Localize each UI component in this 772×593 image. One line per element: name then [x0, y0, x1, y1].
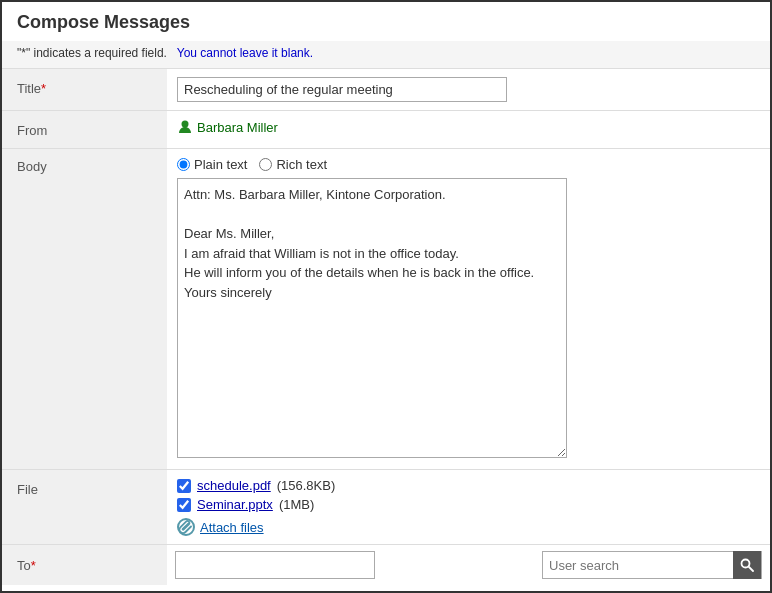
body-content: Plain text Rich text Attn: Ms. Barbara M…	[167, 149, 770, 469]
rich-text-radio[interactable]	[259, 158, 272, 171]
user-search-button[interactable]	[733, 551, 761, 579]
svg-line-2	[749, 567, 753, 571]
from-label: From	[2, 111, 167, 148]
body-row: Body Plain text Rich text Attn: Ms. Barb…	[2, 148, 770, 469]
to-required-star: *	[31, 558, 36, 573]
file-item-0: schedule.pdf (156.8KB)	[177, 478, 760, 493]
title-content	[167, 69, 770, 110]
form-body: Title* From Barbara Miller	[2, 68, 770, 585]
required-notice-bar: "*" indicates a required field. You cann…	[2, 41, 770, 68]
page-header: Compose Messages	[2, 2, 770, 41]
from-row: From Barbara Miller	[2, 110, 770, 148]
from-content: Barbara Miller	[167, 111, 770, 148]
attach-files-btn[interactable]: Attach files	[177, 518, 760, 536]
body-textarea[interactable]: Attn: Ms. Barbara Miller, Kintone Corpor…	[177, 178, 567, 458]
from-user-link[interactable]: Barbara Miller	[177, 119, 760, 135]
title-input[interactable]	[177, 77, 507, 102]
to-row: To*	[2, 544, 770, 585]
page-title: Compose Messages	[17, 12, 755, 33]
paperclip-icon	[177, 518, 195, 536]
user-search-box	[542, 551, 762, 579]
user-search-input[interactable]	[543, 555, 733, 576]
rich-text-option[interactable]: Rich text	[259, 157, 327, 172]
from-user-name: Barbara Miller	[197, 120, 278, 135]
user-icon	[177, 119, 193, 135]
file-checkbox-1[interactable]	[177, 498, 191, 512]
title-required-star: *	[41, 81, 46, 96]
to-input[interactable]	[175, 551, 375, 579]
svg-point-0	[182, 121, 189, 128]
required-notice-suffix: You cannot leave it blank.	[177, 46, 313, 60]
body-format-options: Plain text Rich text	[177, 157, 760, 172]
file-label: File	[2, 470, 167, 544]
svg-point-1	[742, 560, 750, 568]
plain-text-option[interactable]: Plain text	[177, 157, 247, 172]
file-link-1[interactable]: Seminar.pptx	[197, 497, 273, 512]
file-content: schedule.pdf (156.8KB) Seminar.pptx (1MB…	[167, 470, 770, 544]
file-link-0[interactable]: schedule.pdf	[197, 478, 271, 493]
to-content	[167, 545, 770, 585]
file-item-1: Seminar.pptx (1MB)	[177, 497, 760, 512]
to-label: To*	[2, 545, 167, 585]
file-checkbox-0[interactable]	[177, 479, 191, 493]
required-notice-prefix: "*" indicates a required field.	[17, 46, 167, 60]
attach-files-label: Attach files	[200, 520, 264, 535]
title-row: Title*	[2, 68, 770, 110]
file-size-0: (156.8KB)	[277, 478, 336, 493]
title-label: Title*	[2, 69, 167, 110]
compose-messages-container: Compose Messages "*" indicates a require…	[0, 0, 772, 593]
plain-text-radio[interactable]	[177, 158, 190, 171]
file-row: File schedule.pdf (156.8KB) Seminar.pptx…	[2, 469, 770, 544]
file-size-1: (1MB)	[279, 497, 314, 512]
body-label: Body	[2, 149, 167, 469]
